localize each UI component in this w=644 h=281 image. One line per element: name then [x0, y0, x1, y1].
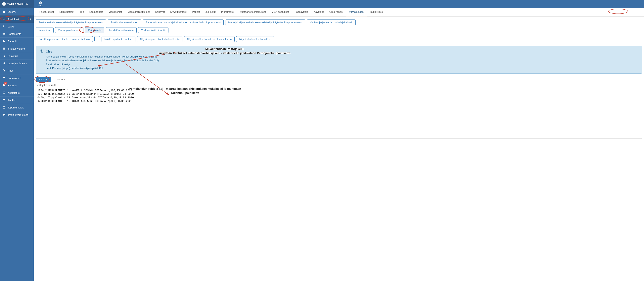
- sidebar-item-label: Ilmoitusvaraukset2: [8, 113, 29, 116]
- svg-point-0: [2, 2, 6, 6]
- sidebar-item-label: Postituslista: [8, 32, 21, 35]
- svg-rect-7: [3, 77, 5, 79]
- sidebar-item-perf[interactable]: Suoritukset: [0, 74, 34, 82]
- svg-rect-13: [3, 101, 5, 101]
- sidebar-item-bank[interactable]: Pankki: [0, 96, 34, 104]
- annotation-ellipse-tab: [608, 9, 628, 14]
- tab-omapalvelu[interactable]: OmaPalvelu: [326, 8, 346, 16]
- info-line: Anna peittojakelun (Lehti + lisälehti) n…: [46, 55, 160, 59]
- sidebar-item-res2[interactable]: Ilmoitusvaraukset2: [0, 111, 34, 118]
- pill-row-1: Postin varhaisjakelurekisteri ja käytett…: [36, 19, 642, 25]
- pill-button[interactable]: Yhdistettävät niputⓘ: [138, 27, 168, 33]
- pill-button[interactable]: Postin varhaisjakelurekisteri ja käytett…: [36, 19, 106, 25]
- sidebar-item-invoices[interactable]: €Laskut: [0, 23, 34, 30]
- info-icon: [40, 49, 44, 70]
- info-line: Sarakkeiden järjestys:: [46, 62, 160, 66]
- tab-vastaanottoilmoitukset[interactable]: Vastaanottoilmoitukset: [237, 8, 269, 16]
- sidebar-item-mailinglist[interactable]: Postituslista: [0, 30, 34, 37]
- tab-myyntituotteet[interactable]: Myyntituotteet: [168, 8, 189, 16]
- help-icon: ⓘ: [163, 29, 166, 32]
- routes-textarea[interactable]: [36, 87, 642, 139]
- sidebar-item-label: Laskutus: [8, 54, 18, 57]
- tab-taikatilaus[interactable]: TaikaTilaus: [367, 8, 386, 16]
- svg-rect-17: [4, 108, 5, 108]
- pill-button[interactable]: Päivitä nippunumerot koko asiakasrekiste…: [36, 36, 93, 42]
- sidebar-item-label: Suoritukset: [8, 77, 20, 80]
- pill-button[interactable]: Varhaisjakelun reitit: [55, 27, 84, 33]
- sidebar-item-notes[interactable]: Huomiot18: [0, 82, 34, 89]
- sidebar-item-label: Tapahtumaloki: [8, 106, 24, 109]
- info-line: Postituslistan luontivaiheessa ohjelma h…: [46, 58, 160, 62]
- action-row: Tallenna Peruuta: [36, 77, 642, 82]
- save-button[interactable]: Tallenna: [36, 77, 51, 82]
- pill-button[interactable]: Muun jakelijan varhaisjakelurekisteri ja…: [225, 19, 305, 25]
- pill-button[interactable]: Näytä nipulliset osoitteet tilauksellisi…: [184, 36, 234, 42]
- brand-text: TAIKANAKKA: [7, 2, 28, 5]
- info-box: Ohje Anna peittojakelun (Lehti + lisäleh…: [36, 46, 642, 74]
- pill-button[interactable]: Postin kimputusrekisteri: [108, 19, 141, 25]
- pill-button[interactable]: Näytä nipulliset osoitteet: [102, 36, 136, 42]
- sidebar-item-send[interactable]: Laskujen lähetys: [0, 59, 34, 67]
- tab-paketit[interactable]: Paketit: [189, 8, 203, 16]
- svg-rect-10: [3, 100, 3, 101]
- sidebar-item-renew[interactable]: Kestojatko: [0, 89, 34, 96]
- tab-tilaustuotteet[interactable]: Tilaustuotteet: [36, 8, 57, 16]
- tab-muut asetukset[interactable]: Muut asetukset: [269, 8, 292, 16]
- tab-kanavat[interactable]: Kanavat: [152, 8, 168, 16]
- tab-viestipohjat[interactable]: Viestipohjat: [106, 8, 125, 16]
- info-title: Ohje: [46, 49, 160, 54]
- pill-button[interactable]: Vanhan järjestelmän varhaisjakelurek: [307, 19, 356, 25]
- pill-row-2: VakioniputVarhaisjakelun reititPeittojak…: [36, 27, 642, 33]
- pill-button[interactable]: Peittojakelu: [85, 27, 104, 33]
- logo: TAIKANAKKA: [0, 0, 34, 8]
- checkbox-small[interactable]: [94, 36, 100, 41]
- tab-julkaisut[interactable]: Julkaisut: [203, 8, 218, 16]
- pill-button[interactable]: Näytä tilaukselliset osoitteet: [236, 36, 274, 42]
- svg-line-6: [4, 71, 5, 72]
- svg-point-9: [4, 86, 4, 87]
- sidebar-item-billing[interactable]: Laskutus: [0, 52, 34, 59]
- svg-rect-18: [3, 114, 5, 116]
- cancel-button[interactable]: Peruuta: [53, 77, 68, 82]
- tab-irtonumerot[interactable]: Irtonumerot: [218, 8, 237, 16]
- sidebar-item-label: Asetukset: [8, 18, 19, 21]
- sidebar-item-label: Etusivu: [8, 10, 16, 13]
- sidebar-item-label: Huomiot: [8, 84, 17, 87]
- sidebar-item-search[interactable]: Haut: [0, 67, 34, 74]
- content: Postin varhaisjakelurekisteri ja käytett…: [34, 16, 644, 141]
- textarea-label: Peittojakelun reitit: [36, 84, 642, 87]
- svg-text:€: €: [3, 25, 4, 28]
- pill-button[interactable]: SanomaManun varhaisjakelurekisteri ja kä…: [143, 19, 224, 25]
- sidebar-item-queue[interactable]: Ilmoitustyöjono: [0, 45, 34, 52]
- svg-point-5: [3, 70, 4, 71]
- pill-button[interactable]: Lehdetön peittojakelu: [106, 27, 136, 33]
- sidebar-item-label: Pankki: [8, 99, 15, 102]
- svg-rect-12: [4, 100, 5, 101]
- tab-tilit[interactable]: Tilit: [77, 8, 86, 16]
- pill-button[interactable]: Näytä nippujen koot tilauksellisista: [137, 36, 182, 42]
- tab-maksumuistutukset[interactable]: Maksumuistutukset: [125, 8, 152, 16]
- chevron-right-icon: ❯: [30, 18, 31, 20]
- sidebar-item-label: Laskujen lähetys: [8, 62, 27, 65]
- tab-käyttäjät[interactable]: Käyttäjät: [311, 8, 326, 16]
- back-button[interactable]: Palaa: [38, 1, 43, 7]
- tab-erillistuotteet[interactable]: Erillistuotteet: [57, 8, 77, 16]
- badge: 18: [4, 82, 7, 85]
- svg-rect-14: [3, 106, 4, 107]
- svg-rect-11: [4, 100, 4, 101]
- svg-point-24: [42, 50, 42, 51]
- sidebar-item-home[interactable]: Etusivu: [0, 8, 34, 15]
- tab-pääkäyttäjä[interactable]: Pääkäyttäjä: [292, 8, 311, 16]
- tab-laskutekstit[interactable]: Laskutekstit: [86, 8, 106, 16]
- sidebar-item-log[interactable]: Tapahtumaloki: [0, 104, 34, 111]
- sidebar-item-label: Ilmoitustyöjono: [8, 47, 25, 50]
- main-area: Palaa TilaustuotteetErillistuotteetTilit…: [34, 0, 644, 281]
- svg-point-1: [4, 19, 4, 19]
- sidebar-item-reports[interactable]: Raportit: [0, 37, 34, 45]
- back-label: Palaa: [38, 4, 43, 7]
- sidebar-item-settings[interactable]: Asetukset❯: [0, 15, 34, 23]
- sidebar-item-label: Kestojatko: [8, 91, 20, 94]
- pill-button[interactable]: Vakioniput: [36, 27, 54, 33]
- sidebar: TAIKANAKKA EtusivuAsetukset❯€LaskutPosti…: [0, 0, 34, 281]
- tab-varhaisjakelu[interactable]: Varhaisjakelu: [346, 8, 367, 16]
